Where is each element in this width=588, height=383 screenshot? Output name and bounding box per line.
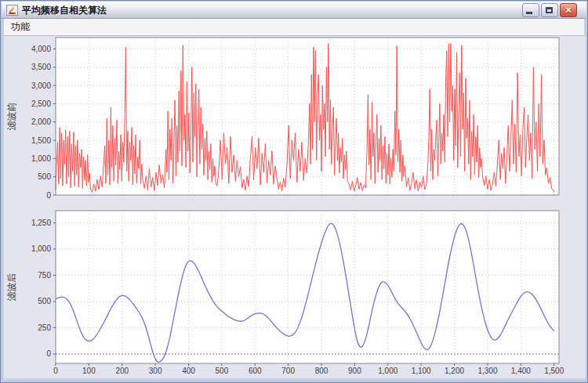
chart-panel[interactable]: 05001,0001,5002,0002,5003,0003,5004,000滤…	[4, 36, 586, 378]
y-tick-label: 2,000	[31, 117, 51, 126]
y-tick-label: 1,000	[31, 154, 51, 163]
y-tick-label: 1,250	[31, 219, 51, 227]
maximize-button[interactable]	[541, 3, 558, 17]
y-tick-label: 1,000	[31, 244, 51, 253]
x-tick-label: 800	[315, 367, 328, 375]
x-tick-label: 1,500	[544, 367, 564, 375]
y-tick-label: 3,500	[31, 63, 51, 71]
close-icon: ×	[561, 4, 576, 16]
y-axis-title-after-filter: 滤波后	[6, 273, 17, 302]
maximize-icon	[546, 7, 553, 13]
x-tick-label: 500	[216, 367, 229, 375]
x-tick-label: 600	[249, 367, 262, 375]
subplot-before-filter: 05001,0001,5002,0002,5003,0003,5004,000滤…	[6, 38, 559, 200]
x-tick-label: 400	[182, 367, 195, 375]
y-tick-label: 3,000	[31, 81, 51, 90]
y-tick-label: 1,500	[31, 136, 51, 145]
y-tick-label: 4,000	[31, 45, 51, 53]
x-tick-label: 100	[82, 367, 96, 375]
app-window: 平均频移自相关算法 × 功能 05001,0001,5002,0002,5003…	[0, 0, 588, 383]
menu-item-function[interactable]: 功能	[4, 19, 37, 35]
close-button[interactable]: ×	[560, 3, 577, 17]
window-controls: ×	[522, 3, 577, 17]
title-bar: 平均频移自相关算法 ×	[2, 2, 586, 19]
y-tick-label: 250	[38, 323, 51, 332]
x-tick-label: 1,100	[412, 367, 431, 375]
x-tick-label: 1,400	[511, 367, 531, 375]
minimize-button[interactable]	[522, 3, 539, 17]
y-tick-label: 2,500	[31, 99, 51, 108]
x-tick-label: 1,200	[445, 367, 464, 375]
x-tick-label: 900	[348, 367, 361, 375]
y-axis-title-before-filter: 滤波前	[6, 103, 17, 131]
x-tick-label: 700	[281, 367, 295, 375]
y-tick-label: 0	[46, 191, 51, 200]
y-tick-label: 750	[38, 271, 51, 280]
minimize-icon	[526, 12, 532, 14]
window-icon	[6, 5, 18, 16]
x-tick-label: 200	[115, 367, 129, 375]
x-tick-label: 1,000	[378, 367, 397, 375]
x-tick-label: 300	[149, 367, 162, 375]
y-tick-label: 500	[38, 172, 51, 181]
y-tick-label: 500	[38, 297, 51, 305]
subplot-after-filter: 02505007501,0001,250滤波后	[6, 211, 559, 363]
x-tick-label: 0	[53, 367, 58, 375]
x-tick-label: 1,300	[477, 367, 497, 375]
plot-background	[56, 211, 559, 363]
menu-bar: 功能	[4, 19, 584, 36]
combined-autocorrelation-chart: 05001,0001,5002,0002,5003,0003,5004,000滤…	[4, 36, 586, 378]
window-title: 平均频移自相关算法	[22, 2, 522, 18]
y-tick-label: 0	[46, 349, 51, 358]
